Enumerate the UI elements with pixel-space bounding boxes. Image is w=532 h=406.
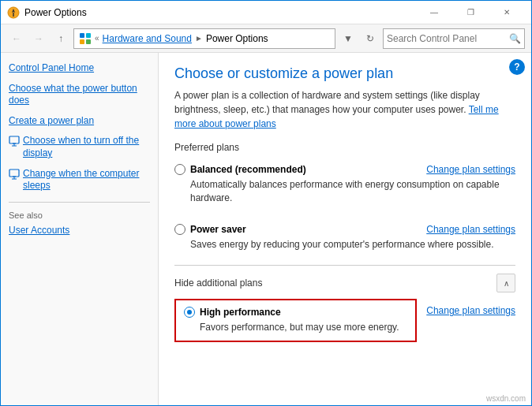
- minimize-button[interactable]: —: [416, 1, 452, 24]
- svg-rect-5: [80, 39, 84, 44]
- plan-name-power-saver: Power saver: [190, 224, 246, 235]
- collapse-button[interactable]: ∧: [496, 274, 515, 292]
- back-button[interactable]: ←: [7, 29, 26, 48]
- breadcrumb-sep1: «: [95, 34, 99, 43]
- search-box[interactable]: 🔍: [383, 28, 525, 49]
- additional-plans-header[interactable]: Hide additional plans ∧: [174, 274, 515, 292]
- plan-title-row-balanced: Balanced (recommended): [174, 164, 306, 175]
- sidebar-label-2: Choose when to turn off the display: [23, 135, 150, 159]
- plan-desc-power-saver: Saves energy by reducing your computer's…: [190, 238, 515, 251]
- see-also-title: See also: [9, 210, 150, 220]
- plan-desc-high-performance: Favors performance, but may use more ene…: [200, 321, 407, 334]
- sidebar: Control Panel Home Choose what the power…: [1, 53, 159, 405]
- sidebar-item-create-plan[interactable]: Create a power plan: [9, 115, 150, 128]
- plan-name-high-performance: High performance: [200, 307, 281, 318]
- watermark: wsxdn.com: [486, 394, 526, 403]
- plan-desc-balanced: Automatically balances performance with …: [190, 178, 515, 205]
- svg-rect-7: [9, 136, 19, 143]
- plan-item-power-saver: Power saver Change plan settings Saves e…: [174, 219, 515, 256]
- svg-rect-6: [86, 39, 91, 44]
- up-button[interactable]: ↑: [51, 29, 70, 48]
- sidebar-item-turn-off-display[interactable]: Choose when to turn off the display: [9, 135, 150, 159]
- sidebar-item-computer-sleeps[interactable]: Change when the computer sleeps: [9, 168, 150, 192]
- svg-rect-11: [9, 169, 19, 177]
- additional-plans-title: Hide additional plans: [174, 277, 262, 289]
- svg-rect-3: [80, 33, 84, 38]
- forward-button[interactable]: →: [29, 29, 48, 48]
- window-controls: — ❐ ✕: [416, 1, 525, 24]
- restore-button[interactable]: ❐: [452, 1, 489, 24]
- plans-divider: [174, 265, 515, 266]
- plan-title-row-power-saver: Power saver: [174, 224, 246, 235]
- main-area: Control Panel Home Choose what the power…: [1, 53, 531, 405]
- power-options-window: Power Options — ❐ ✕ ← → ↑ « Hardware and…: [0, 0, 532, 406]
- breadcrumb-power: Power Options: [206, 33, 268, 44]
- address-bar: ← → ↑ « Hardware and Sound ► Power Optio…: [1, 24, 531, 53]
- sidebar-label-1: Create a power plan: [9, 115, 94, 128]
- plan-header-power-saver: Power saver Change plan settings: [174, 224, 515, 235]
- radio-power-saver[interactable]: [174, 224, 185, 235]
- breadcrumb-hardware[interactable]: Hardware and Sound: [103, 33, 192, 44]
- sidebar-item-user-accounts[interactable]: User Accounts: [9, 225, 150, 237]
- help-button[interactable]: ?: [509, 59, 525, 75]
- breadcrumb-arrow: ►: [195, 34, 203, 43]
- user-accounts-label: User Accounts: [9, 225, 69, 237]
- radio-high-performance[interactable]: [184, 307, 195, 318]
- window-title: Power Options: [24, 7, 416, 18]
- change-settings-high-performance[interactable]: Change plan settings: [426, 305, 515, 316]
- content-title: Choose or customize a power plan: [174, 65, 515, 82]
- change-settings-balanced[interactable]: Change plan settings: [426, 164, 515, 175]
- svg-rect-4: [86, 33, 91, 38]
- search-icon: 🔍: [509, 33, 521, 44]
- dropdown-button[interactable]: ▼: [339, 29, 358, 48]
- monitor-icon: [9, 136, 20, 147]
- preferred-plans-label: Preferred plans: [174, 142, 515, 153]
- sidebar-divider: [9, 202, 150, 203]
- plan-header-high-perf-outer: High performance Favors performance, but…: [174, 299, 515, 348]
- plan-item-high-performance: High performance Favors performance, but…: [174, 299, 417, 342]
- change-settings-power-saver[interactable]: Change plan settings: [426, 224, 515, 235]
- content-description: A power plan is a collection of hardware…: [174, 88, 515, 131]
- home-link-text: Control Panel Home: [9, 62, 94, 75]
- plan-title-row-high-perf: High performance: [184, 307, 407, 318]
- sidebar-label-0: Choose what the power button does: [9, 83, 150, 107]
- control-panel-icon: [79, 32, 92, 45]
- search-input[interactable]: [387, 33, 509, 44]
- address-path[interactable]: « Hardware and Sound ► Power Options: [73, 28, 335, 49]
- window-icon: [7, 6, 20, 19]
- sidebar-item-power-button[interactable]: Choose what the power button does: [9, 83, 150, 107]
- plan-name-balanced: Balanced (recommended): [190, 164, 306, 175]
- close-button[interactable]: ✕: [489, 1, 525, 24]
- sleep-icon: [9, 169, 20, 180]
- title-bar: Power Options — ❐ ✕: [1, 1, 531, 24]
- refresh-button[interactable]: ↻: [361, 29, 380, 48]
- sidebar-home-link[interactable]: Control Panel Home: [9, 62, 150, 75]
- plan-header-balanced: Balanced (recommended) Change plan setti…: [174, 164, 515, 175]
- content-area: ? Choose or customize a power plan A pow…: [159, 53, 531, 405]
- sidebar-label-3: Change when the computer sleeps: [23, 168, 150, 192]
- radio-balanced[interactable]: [174, 164, 185, 175]
- plan-item-balanced: Balanced (recommended) Change plan setti…: [174, 159, 515, 210]
